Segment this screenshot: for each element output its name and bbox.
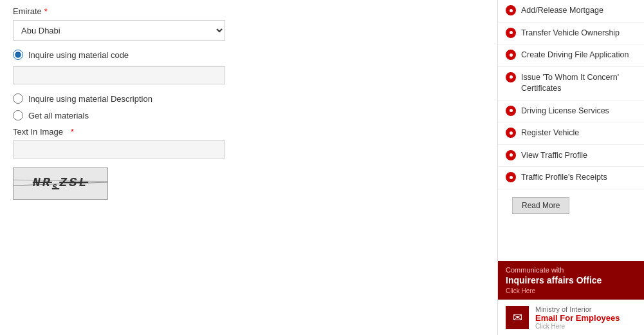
communicate-banner[interactable]: Communicate with Inquirers affairs Offic… [498,261,644,300]
communicate-title: Communicate with [506,266,636,274]
sidebar-item-traffic-profile-receipts[interactable]: Traffic Profile's Receipts [498,167,644,189]
main-content: Emirate * Abu Dhabi Dubai Sharjah Ajman … [0,0,497,335]
circle-icon-5 [506,106,516,116]
sidebar-item-label: View Traffic Profile [521,150,587,162]
radio-all-materials-label[interactable]: Get all materials [28,111,89,120]
email-main: Email For Employees [535,313,620,323]
sidebar-menu: Add/Release Mortgage Transfer Vehicle Ow… [498,0,644,261]
sidebar-item-view-traffic-profile[interactable]: View Traffic Profile [498,145,644,168]
email-org: Ministry of Interior [535,305,620,313]
sidebar-item-label: Register Vehicle [521,128,579,139]
sidebar-item-register-vehicle[interactable]: Register Vehicle [498,122,644,145]
text-in-image-input[interactable] [13,140,225,158]
circle-icon-7 [506,150,516,160]
circle-icon-3 [506,50,516,60]
radio-option-2: Inquire using material Description [13,93,484,104]
radio-material-code[interactable] [13,50,23,60]
radio-option-1: Inquire using material code [13,50,484,60]
sidebar-item-label: Add/Release Mortgage [521,5,603,17]
text-in-image-required-star: * [71,127,74,137]
sidebar-item-issue-certificates[interactable]: Issue 'To Whom It Concern' Certificates [498,67,644,100]
emirate-required-star: * [44,6,48,16]
radio-material-description[interactable] [13,93,23,104]
sidebar-item-label: Create Driving File Application [521,50,629,61]
captcha-image: NRsZSL [13,168,108,200]
read-more-wrapper: Read More [498,189,644,222]
emirate-label: Emirate * [13,6,484,16]
communicate-main: Inquirers affairs Office [506,275,636,286]
emirate-select-wrapper: Abu Dhabi Dubai Sharjah Ajman Umm Al Quw… [13,20,484,41]
sidebar-item-add-release-mortgage[interactable]: Add/Release Mortgage [498,0,644,23]
sidebar-item-transfer-vehicle-ownership[interactable]: Transfer Vehicle Ownership [498,23,644,45]
communicate-sub: Click Here [506,287,636,294]
email-banner[interactable]: ✉ Ministry of Interior Email For Employe… [498,300,644,335]
circle-icon-8 [506,172,516,182]
email-sub: Click Here [535,323,620,330]
email-icon: ✉ [506,306,529,329]
radio-all-materials[interactable] [13,110,23,120]
read-more-button[interactable]: Read More [512,197,569,214]
circle-icon-6 [506,128,516,138]
radio-material-description-label[interactable]: Inquire using material Description [28,94,152,104]
email-banner-text: Ministry of Interior Email For Employees… [535,305,620,330]
radio-option-3: Get all materials [13,110,484,120]
sidebar-item-create-driving-file[interactable]: Create Driving File Application [498,44,644,67]
sidebar-item-driving-license-services[interactable]: Driving License Services [498,100,644,123]
sidebar-item-label: Traffic Profile's Receipts [521,172,607,184]
sidebar-item-label: Transfer Vehicle Ownership [521,28,620,39]
radio-material-code-label[interactable]: Inquire using material code [28,50,129,60]
circle-icon-2 [506,28,516,38]
material-code-input[interactable] [13,66,225,84]
radio-group: Inquire using material code Inquire usin… [13,50,484,120]
circle-icon-4 [506,72,516,82]
sidebar-item-label: Issue 'To Whom It Concern' Certificates [521,72,636,95]
captcha-container: NRsZSL [13,168,484,200]
sidebar: Add/Release Mortgage Transfer Vehicle Ow… [497,0,644,335]
circle-icon-1 [506,5,516,15]
emirate-select[interactable]: Abu Dhabi Dubai Sharjah Ajman Umm Al Quw… [13,20,225,41]
sidebar-item-label: Driving License Services [521,106,609,117]
text-in-image-label: Text In Image * [13,127,484,137]
